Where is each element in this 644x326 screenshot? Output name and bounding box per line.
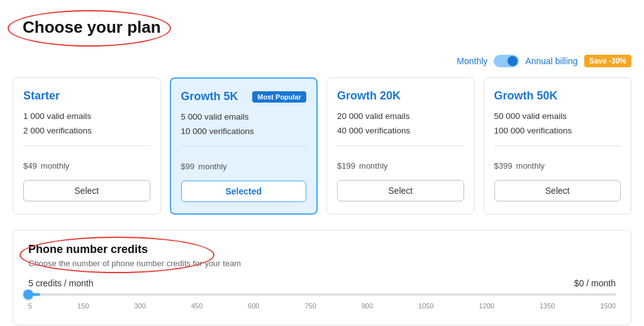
plan-header-growth-5k: Growth 5K Most Popular <box>181 90 307 103</box>
plan-divider-growth-50k <box>494 145 621 146</box>
plan-name-growth-20k: Growth 20K <box>337 89 401 103</box>
plan-card-growth-50k: Growth 50K 50 000 valid emails 100 000 v… <box>484 77 632 215</box>
page-title: Choose your plan <box>13 13 171 42</box>
credits-subtitle: Choose the number of phone number credit… <box>28 259 616 268</box>
select-button-starter[interactable]: Select <box>23 180 150 201</box>
plan-verifications-growth-20k: 40 000 verifications <box>337 126 464 135</box>
credits-value-row: 5 credits / month $0 / month <box>28 278 616 288</box>
plan-name-starter: Starter <box>23 89 60 103</box>
plan-card-starter: Starter 1 000 valid emails 2 000 verific… <box>13 77 161 215</box>
plan-verifications-growth-5k: 10 000 verifications <box>181 126 307 136</box>
plan-emails-growth-5k: 5 000 valid emails <box>181 112 307 121</box>
plan-verifications-growth-50k: 100 000 verifications <box>494 126 621 135</box>
save-badge: Save -30% <box>584 55 631 67</box>
toggle-thumb <box>508 56 518 66</box>
credits-count: 5 credits / month <box>28 278 94 288</box>
plan-price-growth-5k: $99 monthly <box>181 157 307 173</box>
plan-name-growth-5k: Growth 5K <box>181 90 238 103</box>
plan-name-growth-50k: Growth 50K <box>494 89 558 103</box>
billing-toggle-row: Monthly Annual billing Save -30% <box>13 55 631 67</box>
plan-price-growth-20k: $199 monthly <box>337 156 464 172</box>
plan-divider-growth-20k <box>337 145 464 146</box>
plan-header-starter: Starter <box>23 89 150 103</box>
plan-verifications-starter: 2 000 verifications <box>23 126 150 135</box>
plan-card-growth-5k: Growth 5K Most Popular 5 000 valid email… <box>170 77 318 215</box>
billing-toggle[interactable] <box>494 55 519 67</box>
credits-section: Phone number credits Choose the number o… <box>13 230 631 325</box>
plan-emails-growth-20k: 20 000 valid emails <box>337 111 464 121</box>
plan-emails-starter: 1 000 valid emails <box>23 111 150 121</box>
most-popular-badge: Most Popular <box>252 91 306 103</box>
plan-header-growth-50k: Growth 50K <box>494 89 621 103</box>
select-button-growth-5k[interactable]: Selected <box>181 181 307 202</box>
credits-price: $0 / month <box>574 278 616 288</box>
plan-header-growth-20k: Growth 20K <box>337 89 464 103</box>
plan-price-growth-50k: $399 monthly <box>494 156 621 172</box>
credits-title: Phone number credits <box>28 243 616 256</box>
annual-label: Annual billing <box>525 56 577 66</box>
monthly-label: Monthly <box>457 56 487 66</box>
plan-emails-growth-50k: 50 000 valid emails <box>494 111 621 121</box>
plan-price-starter: $49 monthly <box>23 156 150 172</box>
plan-divider-growth-5k <box>181 146 307 147</box>
plan-card-growth-20k: Growth 20K 20 000 valid emails 40 000 ve… <box>326 77 475 215</box>
plans-grid: Starter 1 000 valid emails 2 000 verific… <box>13 77 631 215</box>
select-button-growth-50k[interactable]: Select <box>494 180 621 201</box>
page-header: Choose your plan <box>13 13 631 42</box>
select-button-growth-20k[interactable]: Select <box>337 180 464 201</box>
slider-container <box>28 293 616 296</box>
plan-divider-starter <box>23 145 150 146</box>
